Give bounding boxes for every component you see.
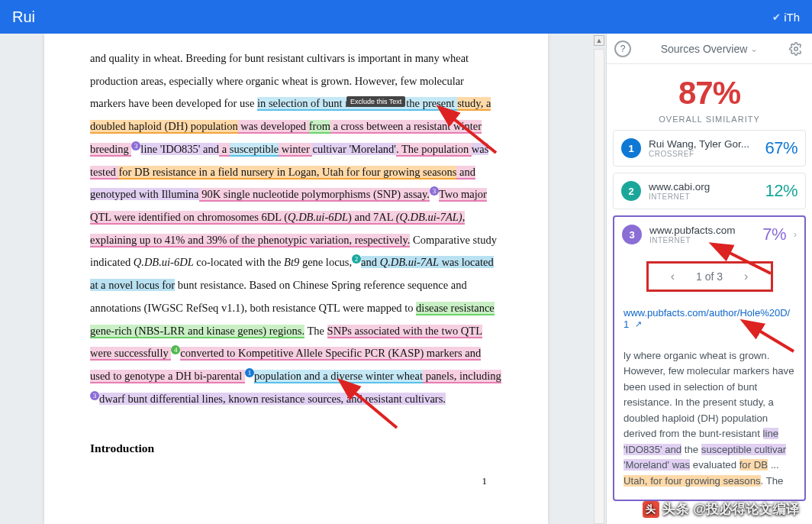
source-percent: 12% (765, 181, 798, 201)
app-title: Rui (12, 8, 35, 26)
text-segment: line 'IDO835' and (140, 143, 219, 155)
inline-source-badge[interactable]: 3 (430, 186, 439, 196)
doc-scrollbar[interactable]: ▲ (592, 34, 606, 524)
watermark-logo-icon: 头 (643, 501, 659, 518)
matched-snippet: ly where organic wheat is grown. However… (622, 348, 797, 489)
document-viewport: Exclude this Text and quality in wheat. … (0, 34, 592, 524)
inline-source-badge[interactable]: 2 (352, 254, 361, 264)
overall-label: OVERALL SIMILARITY (607, 115, 812, 124)
text-segment: a (219, 143, 230, 157)
text-segment: susceptible (230, 143, 279, 157)
source-badge: 2 (621, 181, 641, 201)
text-segment: (Q.DB.ui-7AL) (396, 211, 462, 225)
pager-next-button[interactable]: › (741, 267, 751, 286)
source-percent: 67% (765, 138, 798, 158)
svg-point-0 (794, 47, 798, 50)
text-segment: from (309, 120, 330, 134)
text-segment: Q.DB.ui-6DL (288, 211, 348, 225)
brand-label: iTh (784, 11, 800, 24)
scroll-track[interactable] (594, 49, 604, 524)
source-badge: 3 (622, 225, 642, 244)
section-heading: Introduction (90, 442, 502, 455)
chevron-down-icon: ⌄ (750, 44, 758, 54)
source-url-link[interactable]: www.pubfacts.com/author/Hole%20D/1 ↗ (624, 307, 795, 330)
external-link-icon: ↗ (635, 319, 642, 328)
source-url-text: www.pubfacts.com/author/Hole%20D/1 (624, 307, 790, 330)
overall-similarity: 87% OVERALL SIMILARITY (607, 64, 812, 130)
document-page: Exclude this Text and quality in wheat. … (44, 34, 548, 524)
text-segment: for DB resistance in a field nursery in … (118, 166, 456, 180)
text-segment: dwarf bunt differential lines, known res… (99, 393, 446, 405)
page-number: 1 (482, 475, 488, 487)
text-segment: The (304, 325, 327, 337)
text-segment: Q.DB.ui-7AL (380, 256, 439, 268)
inline-source-badge[interactable]: 3 (90, 391, 99, 400)
source-subtype: CROSSREF (649, 150, 757, 158)
snippet-segment: for DB (740, 459, 768, 471)
inline-source-badge[interactable]: 1 (245, 368, 254, 377)
source-item-2[interactable]: 2 www.cabi.org INTERNET 12% (613, 173, 806, 209)
source-subtype: INTERNET (649, 192, 757, 201)
snippet-segment: ... (768, 459, 779, 471)
workspace: Exclude this Text and quality in wheat. … (0, 34, 812, 524)
source-item-1[interactable]: 1 Rui Wang, Tyler Gor... CROSSREF 67% (613, 130, 806, 167)
panel-title[interactable]: Sources Overview ⌄ (631, 43, 788, 55)
source-meta: Rui Wang, Tyler Gor... CROSSREF (649, 138, 757, 158)
text-segment: and (456, 166, 475, 180)
chevron-right-icon: › (794, 229, 797, 240)
text-segment: winter (279, 143, 312, 157)
brand-area: ✔ iTh (772, 11, 800, 24)
panel-title-text: Sources Overview (661, 43, 748, 55)
pager-prev-button[interactable]: ‹ (668, 267, 678, 286)
sources-panel: ? Sources Overview ⌄ 87% OVERALL SIMILAR… (606, 34, 812, 524)
source-percent: 7% (762, 225, 786, 244)
source-meta: www.cabi.org INTERNET (649, 181, 757, 201)
inline-source-badge[interactable]: 3 (131, 141, 140, 150)
scroll-up-icon[interactable]: ▲ (594, 35, 604, 46)
document-body-paragraph: and quality in wheat. Breeding for bunt … (90, 47, 502, 411)
text-segment: was (472, 143, 489, 155)
source-title: www.cabi.org (649, 181, 757, 192)
text-segment: Q.DB.ui-6DL (134, 256, 194, 268)
text-segment: 90K single nucleotide polymorphisms (SNP… (199, 188, 430, 202)
watermark: 头 头条 @投必得论文编译 (643, 500, 800, 518)
text-segment: and (361, 256, 380, 268)
text-segment: cultivar 'Moreland' (312, 143, 396, 155)
text-segment: ) and 7AL (348, 211, 396, 225)
source-title: www.pubfacts.com (649, 225, 755, 236)
text-segment: Bt9 (284, 256, 299, 268)
source-list: 1 Rui Wang, Tyler Gor... CROSSREF 67% 2 … (607, 130, 812, 507)
pager-position: 1 of 3 (696, 270, 723, 283)
snippet-segment: ly where organic wheat is grown. However… (624, 350, 794, 439)
text-segment: genotyped with Illumina (90, 188, 199, 200)
snippet-segment: . The (761, 475, 784, 487)
source-item-3-expanded[interactable]: 3 www.pubfacts.com INTERNET 7% › ‹ 1 of … (613, 215, 806, 501)
snippet-segment: the (682, 444, 701, 455)
gear-icon[interactable] (788, 40, 804, 57)
text-segment: . The population (396, 143, 472, 157)
snippet-segment: Utah, for four growing seasons (624, 475, 761, 487)
watermark-text: 头条 @投必得论文编译 (662, 500, 800, 518)
panel-header: ? Sources Overview ⌄ (607, 34, 812, 64)
snippet-segment: evaluated (690, 459, 740, 471)
text-segment: population and a diverse winter wheat (254, 370, 423, 383)
source-badge: 1 (621, 138, 641, 158)
overall-percent: 87% (607, 75, 812, 112)
source-subtype: INTERNET (649, 236, 755, 244)
source-meta: www.pubfacts.com INTERNET (649, 225, 755, 244)
exclude-tooltip[interactable]: Exclude this Text (346, 96, 405, 107)
inline-source-badge[interactable]: 4 (171, 345, 180, 354)
text-segment: gene locus, (299, 256, 352, 268)
app-topbar: Rui ✔ iTh (0, 0, 812, 34)
source-title: Rui Wang, Tyler Gor... (649, 138, 757, 150)
text-segment: was developed (238, 120, 309, 134)
text-segment: tested (90, 166, 118, 180)
help-icon[interactable]: ? (614, 40, 631, 57)
text-segment: co-located with the (194, 256, 284, 268)
text-segment: panels, including (423, 370, 501, 383)
match-pager: ‹ 1 of 3 › (646, 261, 773, 292)
check-icon: ✔ (772, 11, 781, 23)
